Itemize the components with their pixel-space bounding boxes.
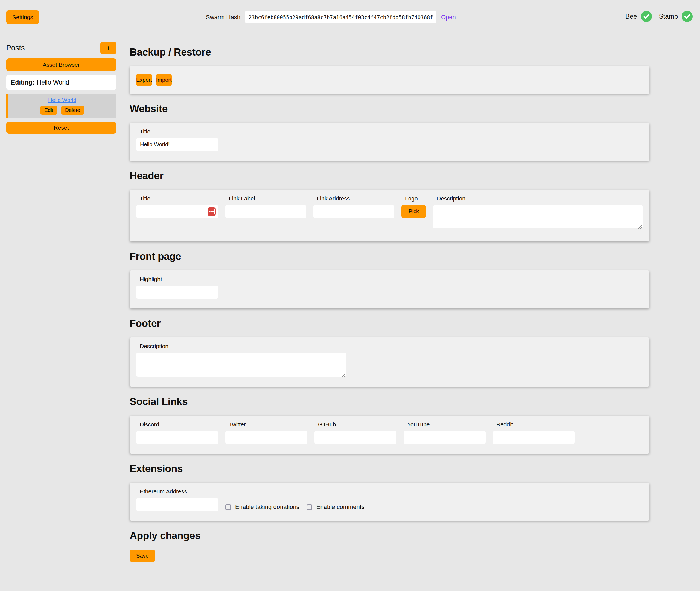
footer-heading: Footer (130, 318, 649, 329)
github-field: GitHub (314, 421, 397, 444)
editing-indicator: Editing: Hello World (6, 75, 116, 90)
highlight-input[interactable] (136, 286, 218, 299)
posts-heading: Posts (6, 44, 25, 52)
youtube-field: YouTube (404, 421, 486, 444)
import-button[interactable]: Import (156, 74, 172, 86)
add-post-button[interactable]: + (100, 42, 116, 54)
website-title-label: Title (136, 128, 643, 135)
backup-restore-heading: Backup / Restore (130, 47, 649, 58)
save-button[interactable]: Save (130, 550, 155, 562)
delete-post-button[interactable]: Delete (61, 106, 84, 115)
enable-comments-label: Enable comments (317, 504, 364, 511)
apply-changes-heading: Apply changes (130, 530, 649, 541)
github-input[interactable] (314, 431, 397, 444)
twitter-label: Twitter (225, 421, 307, 428)
reddit-input[interactable] (493, 431, 575, 444)
header-link-label-field: Link Label (225, 195, 306, 229)
youtube-label: YouTube (404, 421, 486, 428)
highlight-label: Highlight (136, 276, 643, 282)
youtube-input[interactable] (404, 431, 486, 444)
header-description-textarea[interactable] (433, 205, 643, 228)
header-link-address-field: Link Address (313, 195, 394, 229)
password-manager-extension-icon[interactable] (208, 207, 216, 216)
post-actions: Edit Delete (40, 106, 84, 115)
enable-comments-option[interactable]: Enable comments (306, 504, 364, 511)
header-link-address-label: Link Address (313, 195, 394, 202)
header-heading: Header (130, 170, 649, 182)
website-heading: Website (130, 103, 649, 115)
extensions-heading: Extensions (130, 463, 649, 474)
header-title-input[interactable] (136, 205, 218, 218)
header-description-label: Description (433, 195, 643, 202)
footer-description-label: Description (136, 343, 643, 349)
backup-restore-card: Export Import (130, 66, 649, 94)
social-links-heading: Social Links (130, 396, 649, 407)
export-button[interactable]: Export (136, 74, 152, 86)
settings-button[interactable]: Settings (6, 10, 39, 24)
post-list-item: Hello World Edit Delete (6, 93, 116, 118)
front-page-heading: Front page (130, 251, 649, 262)
extensions-card: Ethereum Address Enable taking donations… (130, 483, 649, 521)
logo-pick-button[interactable]: Pick (401, 205, 426, 218)
footer-description-field: Description (136, 343, 643, 378)
header-logo-label: Logo (401, 195, 426, 202)
header-link-address-input[interactable] (313, 205, 394, 218)
footer-card: Description (130, 337, 649, 387)
header-link-label-label: Link Label (225, 195, 306, 202)
stamp-status-label: Stamp (659, 13, 678, 20)
header-title-label: Title (136, 195, 218, 202)
discord-label: Discord (136, 421, 218, 428)
editing-post-title: Hello World (37, 79, 69, 86)
ethereum-address-input[interactable] (136, 498, 218, 511)
twitter-input[interactable] (225, 431, 307, 444)
reddit-field: Reddit (493, 421, 575, 444)
discord-field: Discord (136, 421, 218, 444)
asset-browser-button[interactable]: Asset Browser (6, 58, 116, 71)
post-title-link[interactable]: Hello World (48, 97, 76, 104)
enable-donations-checkbox[interactable] (225, 504, 231, 510)
enable-comments-checkbox[interactable] (306, 504, 312, 510)
settings-form: Backup / Restore Export Import Website T… (130, 0, 649, 562)
github-label: GitHub (314, 421, 397, 428)
website-title-input[interactable] (136, 138, 218, 151)
ethereum-address-field: Ethereum Address (136, 488, 218, 511)
header-card: Title Link Label Link Address Logo Pick (130, 190, 649, 242)
reset-button[interactable]: Reset (6, 122, 116, 134)
header-link-label-input[interactable] (225, 205, 306, 218)
header-description-field: Description (433, 195, 643, 229)
website-title-field: Title (136, 128, 643, 151)
header-logo-field: Logo Pick (401, 195, 426, 229)
twitter-field: Twitter (225, 421, 307, 444)
footer-description-textarea[interactable] (136, 353, 346, 377)
edit-post-button[interactable]: Edit (40, 106, 57, 115)
reddit-label: Reddit (493, 421, 575, 428)
website-card: Title (130, 123, 649, 161)
editing-prefix: Editing: (11, 79, 34, 86)
stamp-ok-check-icon (682, 11, 693, 22)
header-title-field: Title (136, 195, 218, 229)
enable-donations-option[interactable]: Enable taking donations (225, 504, 299, 511)
social-links-card: Discord Twitter GitHub YouTube Reddit (130, 416, 649, 454)
posts-header-row: Posts + (6, 42, 116, 54)
discord-input[interactable] (136, 431, 218, 444)
front-page-card: Highlight (130, 270, 649, 309)
ethereum-address-label: Ethereum Address (136, 488, 218, 495)
sidebar: Posts + Asset Browser Editing: Hello Wor… (6, 42, 116, 134)
enable-donations-label: Enable taking donations (235, 504, 299, 511)
highlight-field: Highlight (136, 276, 643, 299)
